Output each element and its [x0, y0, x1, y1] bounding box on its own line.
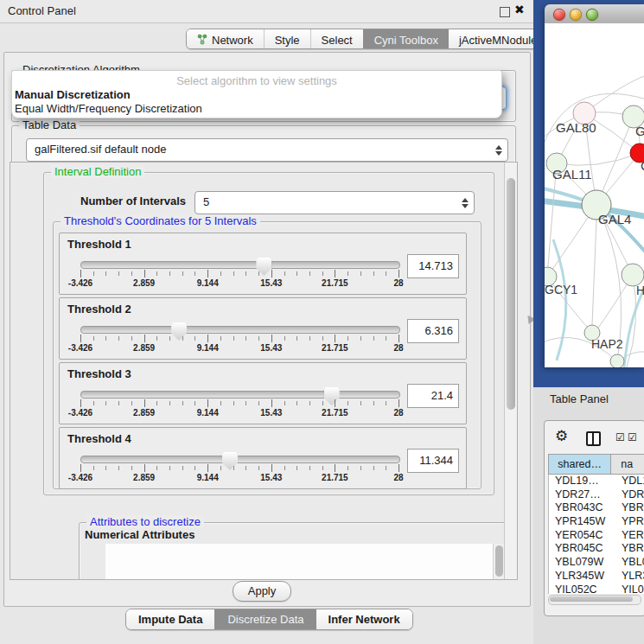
slider-tick-labels: -3.426 2.859 9.144 15.43 21.715 28	[80, 408, 399, 419]
node-partial[interactable]	[610, 354, 624, 367]
numerical-attributes-list	[105, 544, 505, 580]
columns-icon[interactable]	[586, 431, 601, 446]
list-scrollbar-thumb[interactable]	[495, 545, 503, 577]
threshold-value-field[interactable]: 14.713	[407, 254, 459, 278]
tick-label: 15.43	[260, 278, 282, 288]
table-row[interactable]: YDR27… YDR2	[549, 488, 644, 502]
slider-track[interactable]	[80, 391, 400, 399]
cell-shared-name: YLR345W	[549, 570, 612, 583]
slider-zone: -3.426 2.859 9.144 15.43 21.715 28	[80, 452, 399, 487]
horizontal-scrollbar-thumb[interactable]	[550, 596, 633, 602]
slider-track[interactable]	[80, 326, 400, 334]
tick-label: 28	[393, 343, 403, 353]
tick-label: 21.715	[322, 278, 348, 288]
table-row[interactable]: YDL19… YDL1	[549, 475, 644, 488]
network-graph: GAL80 GA C GAL11 GAL4 GCY1 H HAP2	[545, 23, 644, 367]
tab-cyni-toolbox[interactable]: Cyni Toolbox	[363, 29, 449, 48]
table-row[interactable]: YBR043C YBR0	[549, 501, 644, 515]
network-view-window: GAL80 GA C GAL11 GAL4 GCY1 H HAP2	[545, 4, 644, 367]
number-of-intervals-combobox[interactable]: 5	[194, 191, 475, 214]
node-label: C	[641, 158, 644, 173]
table-row[interactable]: YBL079W YBL0	[549, 556, 644, 570]
table-row[interactable]: YPR145W YPR1	[549, 515, 644, 529]
slider-zone: -3.426 2.859 9.144 15.43 21.715 28	[80, 387, 399, 422]
threshold-box: Threshold 3 -3.426 2.859 9.144	[59, 362, 467, 424]
checkbox-icon[interactable]: ☑	[628, 431, 637, 443]
slider-major-ticks	[80, 464, 399, 472]
threshold-value-field[interactable]: 6.316	[407, 319, 459, 343]
dropdown-option-equal-width[interactable]: Equal Width/Frequency Discretization	[15, 102, 202, 115]
cell-shared-name: YDR27…	[549, 488, 612, 502]
tab-impute-data[interactable]: Impute Data	[126, 609, 214, 629]
slider-major-ticks	[80, 270, 399, 277]
column-header-name[interactable]: na	[611, 455, 644, 474]
node-label: GA	[635, 124, 644, 138]
combobox-value: galFiltered.sif default node	[35, 143, 166, 156]
threshold-label: Threshold 4	[67, 432, 131, 445]
cell-shared-name: YBR045C	[549, 542, 612, 556]
cell-name: YBR0	[612, 501, 644, 515]
network-icon	[197, 34, 207, 48]
tab-label: Network	[212, 34, 253, 47]
group-label: Threshold's Coordinates for 5 Intervals	[61, 214, 260, 227]
cell-name: YBL0	[612, 556, 644, 570]
slider-track[interactable]	[80, 261, 400, 269]
minimize-traffic-light-icon[interactable]	[570, 9, 582, 21]
thresholds-group: Threshold's Coordinates for 5 Intervals …	[53, 221, 481, 489]
attribute-items	[105, 544, 505, 549]
close-traffic-light-icon[interactable]	[553, 9, 565, 21]
table-panel-title: Table Panel	[550, 392, 609, 405]
stepper-arrows-icon	[462, 197, 469, 209]
algorithm-dropdown-popup: Select algorithm to view settings Manual…	[11, 70, 502, 118]
threshold-value-field[interactable]: 11.344	[407, 449, 459, 473]
table-data-combobox[interactable]: galFiltered.sif default node	[26, 138, 508, 162]
slider-track[interactable]	[80, 456, 400, 463]
zoom-traffic-light-icon[interactable]	[586, 9, 598, 21]
cell-shared-name: YBR043C	[549, 501, 612, 515]
horizontal-scrollbar[interactable]	[548, 595, 641, 605]
tab-select[interactable]: Select	[310, 29, 363, 48]
network-canvas[interactable]: GAL80 GA C GAL11 GAL4 GCY1 H HAP2	[545, 23, 644, 367]
threshold-value-field[interactable]: 21.4	[407, 384, 459, 408]
dropdown-hint: Select algorithm to view settings	[12, 74, 501, 87]
table-row[interactable]: YER054C YER0	[549, 529, 644, 543]
cell-name: YLR3	[612, 570, 644, 583]
tick-label: 28	[393, 408, 403, 418]
float-window-icon[interactable]	[500, 7, 510, 17]
apply-button[interactable]: Apply	[233, 581, 291, 602]
threshold-label: Threshold 1	[67, 238, 131, 251]
tick-label: -3.426	[68, 473, 92, 482]
threshold-box: Threshold 2 -3.426 2.859 9.144	[59, 297, 467, 360]
table-row[interactable]: YBR045C YBR0	[549, 542, 644, 556]
tick-label: 2.859	[133, 473, 155, 482]
table-row[interactable]: YIL052C YIL0	[549, 583, 644, 595]
tick-label: 9.144	[197, 408, 219, 418]
settings-scroll-area: Interval Definition Number of Intervals …	[10, 162, 518, 580]
vertical-scrollbar[interactable]	[504, 163, 517, 579]
cell-shared-name: YER054C	[549, 529, 612, 543]
table-body: YDL19… YDL1 YDR27… YDR2 YBR043C YBR0 YPR…	[548, 475, 644, 594]
list-item[interactable]	[105, 547, 505, 549]
checkbox-icon[interactable]: ☑	[615, 431, 625, 443]
tab-infer-network[interactable]: Infer Network	[316, 609, 412, 629]
list-scrollbar[interactable]	[493, 544, 505, 580]
slider-major-ticks	[80, 399, 399, 407]
column-header-shared-name[interactable]: shared…	[549, 455, 611, 474]
panel-title: Control Panel	[8, 4, 76, 17]
vertical-scrollbar-thumb[interactable]	[507, 178, 515, 410]
gear-icon[interactable]: ⚙	[555, 428, 568, 445]
cell-shared-name: YPR145W	[549, 515, 612, 529]
threshold-label: Threshold 2	[67, 303, 131, 316]
tab-label: Style	[275, 34, 300, 47]
table-row[interactable]: YLR345W YLR3	[549, 570, 644, 583]
dropdown-option-manual[interactable]: Manual Discretization	[15, 88, 131, 101]
cell-name: YBR0	[612, 542, 644, 556]
tab-network[interactable]: Network	[187, 29, 264, 48]
network-window-titlebar[interactable]	[545, 4, 644, 24]
table-panel: ⚙ ☑ ☑ shared… na YDL19… YDL1 YDR27… YDR2…	[544, 420, 644, 616]
close-icon[interactable]: ✖	[514, 3, 525, 16]
tab-discretize-data[interactable]: Discretize Data	[214, 609, 316, 629]
cell-shared-name: YIL052C	[549, 583, 612, 595]
interval-definition-group: Interval Definition Number of Intervals …	[43, 172, 494, 495]
tab-style[interactable]: Style	[264, 29, 310, 48]
